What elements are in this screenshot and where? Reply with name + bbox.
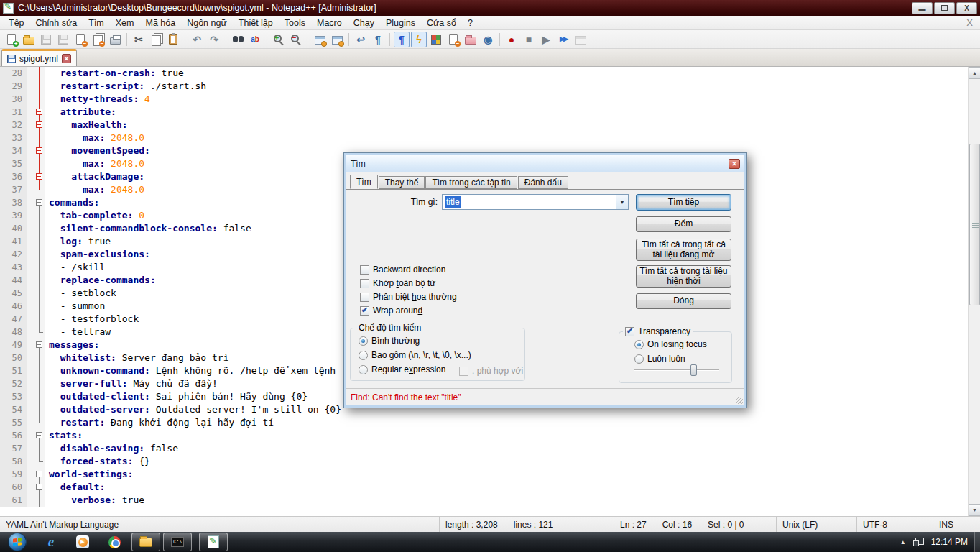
menu-item-8[interactable]: Macro [311,17,348,29]
show-paragraph-button[interactable]: ¶ [370,32,386,47]
chevron-down-icon[interactable]: ▼ [616,195,628,209]
menu-item-7[interactable]: Tools [279,17,311,29]
menu-item-2[interactable]: Tìm [83,17,110,29]
zoom-out-button[interactable]: − [288,32,304,47]
save-button[interactable] [38,32,54,47]
radio-1[interactable] [359,351,368,360]
fold-marker[interactable] [34,106,45,119]
radio-0[interactable] [359,336,368,346]
macro-save-button[interactable] [573,32,588,47]
menu-item-11[interactable]: Cửa sổ [421,17,462,29]
macro-run-multiple-button[interactable]: ▶▶ [555,32,571,47]
checkbox-3[interactable] [360,306,369,316]
sync-scroll-horizontal-button[interactable] [329,32,345,47]
show-all-chars-button[interactable]: ¶ [394,32,410,47]
cut-button[interactable]: ✂ [131,32,147,47]
fold-marker[interactable] [34,429,45,442]
encoding-label[interactable]: UTF-8 [863,520,887,530]
vertical-scrollbar[interactable]: ▲ ▼ [968,67,980,516]
menu-item-6[interactable]: Thiết lập [233,17,279,29]
menu-item-3[interactable]: Xem [110,17,140,29]
new-file-button[interactable]: + [4,32,19,47]
menu-item-4[interactable]: Mã hóa [139,17,181,29]
transparency-radio-1[interactable] [634,354,644,364]
eol-format-label[interactable]: Unix (LF) [782,520,818,530]
find-dialog-tab-2[interactable]: Tìm trong các tập tin [425,176,517,189]
taskbar-chrome-button[interactable] [100,533,129,551]
save-all-button[interactable] [55,32,71,47]
menu-item-0[interactable]: Tệp [3,17,30,29]
indent-guide-button[interactable]: ϟ [411,32,427,47]
checkbox-2[interactable] [360,293,369,302]
doc-map-button[interactable]: − [445,32,461,47]
sync-scroll-vertical-button[interactable] [312,32,328,47]
folder-as-workspace-button[interactable] [463,32,479,47]
insert-mode-label[interactable]: INS [939,520,953,530]
transparency-radio-0[interactable] [634,340,644,349]
macro-play-button[interactable]: ▶ [538,32,554,47]
find-dialog-button-1[interactable]: Đếm [636,216,731,232]
fold-marker[interactable] [34,468,45,481]
find-dialog-tab-3[interactable]: Đánh dấu [518,176,568,189]
menu-item-9[interactable]: Chạy [348,17,380,29]
scroll-down-icon[interactable]: ▼ [969,504,980,516]
find-dialog-tab-0[interactable]: Tìm [350,175,378,189]
start-button[interactable] [8,533,27,551]
radio-2[interactable] [359,365,368,374]
tab-close-icon[interactable]: ✕ [62,54,71,63]
menu-item-12[interactable]: ? [462,17,479,29]
print-button[interactable] [107,32,123,47]
fold-marker[interactable] [34,339,45,351]
fold-marker[interactable] [34,481,45,494]
fold-marker[interactable] [34,196,45,209]
show-desktop-button[interactable] [974,532,980,552]
checkbox-0[interactable] [360,265,369,275]
open-file-button[interactable] [21,32,37,47]
taskbar-media-player-button[interactable]: ▶ [68,533,97,551]
replace-button[interactable]: ab [247,32,263,47]
resize-grip-icon[interactable] [736,397,743,404]
network-icon[interactable] [913,538,924,546]
find-dialog-button-2[interactable]: Tìm tất cả trong tất cả tài liệu đang mở [636,239,731,261]
menu-item-5[interactable]: Ngôn ngữ [181,17,233,29]
find-dialog-tab-1[interactable]: Thay thế [379,176,425,189]
taskbar-notepad-plus-plus-button[interactable] [199,533,228,551]
undo-button[interactable]: ↶ [189,32,205,47]
close-button[interactable]: X [956,2,977,14]
tray-expand-icon[interactable]: ▲ [900,539,906,546]
minimize-button[interactable]: ▬ [912,2,933,14]
zoom-in-button[interactable]: + [271,32,287,47]
find-dialog-button-4[interactable]: Đóng [636,293,731,309]
taskbar-command-prompt-button[interactable]: C:\ [163,533,192,551]
fold-marker[interactable] [34,119,45,132]
redo-button[interactable]: ↷ [206,32,222,47]
taskbar-internet-explorer-button[interactable]: e [37,533,65,551]
tab-spigot-yml[interactable]: spigot.yml ✕ [1,49,77,66]
regex-matches-newline-checkbox[interactable] [459,367,468,376]
menu-item-10[interactable]: Plugins [380,17,421,29]
find-button[interactable] [230,32,246,47]
taskbar-clock[interactable]: 12:14 PM [931,537,968,547]
mdi-close-icon[interactable]: X [966,17,973,28]
fold-marker[interactable] [34,144,45,157]
find-dialog-button-3[interactable]: Tìm tất cả trong tài liệu hiện thời [636,265,731,288]
find-dialog-button-0[interactable]: Tìm tiếp [636,194,731,211]
search-input[interactable]: title ▼ [442,194,629,210]
document-monitor-button[interactable]: ◉ [480,32,496,47]
checkbox-1[interactable] [360,279,369,288]
restore-button[interactable] [934,2,955,14]
transparency-checkbox[interactable] [625,327,634,336]
function-list-button[interactable] [428,32,444,47]
copy-button[interactable] [148,32,164,47]
scrollbar-thumb[interactable] [969,144,980,305]
close-file-button[interactable]: − [73,32,88,47]
macro-record-button[interactable]: ● [504,32,519,47]
transparency-slider[interactable] [634,364,719,376]
paste-button[interactable] [165,32,181,47]
fold-marker[interactable] [34,170,45,183]
menu-item-1[interactable]: Chỉnh sửa [30,17,83,29]
macro-stop-button[interactable]: ■ [521,32,537,47]
find-dialog-title-bar[interactable]: Tìm ✕ [346,155,744,172]
taskbar-file-explorer-button[interactable] [131,533,160,551]
slider-thumb[interactable] [690,364,697,376]
